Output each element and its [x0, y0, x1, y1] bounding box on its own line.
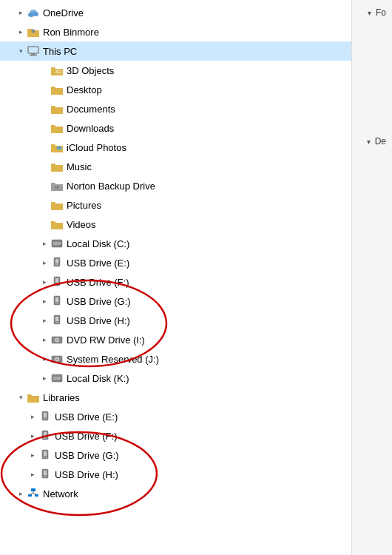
- tree-item-local-disk-c[interactable]: Local Disk (C:): [0, 234, 351, 253]
- expander-usb-h[interactable]: [38, 314, 50, 326]
- usb-h-label: USB Drive (H:): [67, 315, 351, 326]
- lib-usb-g-icon: [38, 448, 52, 462]
- svg-point-3: [32, 30, 36, 33]
- 3d-objects-label: 3D Objects: [67, 65, 351, 76]
- usb-e-label: USB Drive (E:): [67, 258, 351, 269]
- svg-rect-36: [44, 418, 47, 420]
- tree-item-usb-e[interactable]: USB Drive (E:): [0, 253, 351, 272]
- svg-rect-24: [55, 322, 58, 323]
- expander-usb-f[interactable]: [38, 276, 50, 288]
- tree-item-lib-usb-h[interactable]: USB Drive (H:): [0, 465, 351, 484]
- music-folder-icon: [50, 160, 64, 173]
- music-label: Music: [67, 161, 351, 172]
- expander-ron-binmore[interactable]: [15, 26, 27, 38]
- expander-usb-e[interactable]: [38, 257, 50, 269]
- expander-lib-usb-h[interactable]: [27, 468, 38, 480]
- icloud-photos-label: iCloud Photos: [67, 142, 351, 153]
- svg-rect-32: [53, 377, 61, 380]
- expander-onedrive[interactable]: [15, 7, 27, 18]
- tree-item-documents[interactable]: Documents: [0, 99, 351, 118]
- right-panel-de[interactable]: ▾ De: [367, 136, 389, 147]
- svg-rect-41: [44, 451, 47, 456]
- hdd-c-icon: [50, 237, 64, 250]
- svg-rect-21: [55, 303, 58, 304]
- lib-usb-h-label: USB Drive (H:): [55, 469, 351, 480]
- tree-item-usb-h[interactable]: USB Drive (H:): [0, 311, 351, 330]
- ron-binmore-label: Ron Binmore: [43, 27, 351, 38]
- dvd-icon: [50, 333, 64, 346]
- tree-item-music[interactable]: Music: [0, 157, 351, 176]
- tree-item-network[interactable]: Network: [0, 484, 351, 503]
- norton-folder-icon: [50, 179, 64, 192]
- tree-item-local-disk-k[interactable]: Local Disk (K:): [0, 369, 351, 388]
- videos-label: Videos: [67, 219, 351, 230]
- expander-local-disk-c[interactable]: [38, 238, 50, 249]
- network-label: Network: [43, 488, 351, 500]
- tree-item-desktop[interactable]: Desktop: [0, 80, 351, 99]
- thispc-icon: [27, 44, 40, 58]
- lib-usb-g-label: USB Drive (G:): [55, 450, 351, 461]
- tree-item-this-pc[interactable]: This PC: [0, 41, 351, 61]
- svg-line-50: [30, 494, 34, 494]
- svg-rect-9: [55, 186, 59, 189]
- expander-lib-usb-e[interactable]: [27, 411, 38, 423]
- lib-usb-f-label: USB Drive (F:): [55, 431, 351, 442]
- svg-rect-6: [30, 55, 37, 56]
- usb-h-icon: [50, 314, 64, 327]
- tree-item-dvd-rw[interactable]: DVD RW Drive (I:): [0, 330, 351, 349]
- expander-dvd-rw[interactable]: [38, 334, 50, 346]
- expander-local-disk-k[interactable]: [38, 372, 50, 384]
- tree-item-system-reserved[interactable]: System Reserved (J:): [0, 349, 351, 369]
- libraries-label: Libraries: [43, 392, 351, 403]
- svg-point-8: [57, 147, 62, 150]
- tree-item-icloud-photos[interactable]: iCloud Photos: [0, 138, 351, 157]
- svg-rect-14: [55, 259, 58, 263]
- tree-item-usb-f[interactable]: USB Drive (F:): [0, 272, 351, 292]
- svg-rect-18: [55, 283, 58, 285]
- svg-rect-47: [28, 494, 32, 497]
- right-panel-fo[interactable]: ▾ Fo: [368, 7, 389, 18]
- expander-network[interactable]: [15, 488, 27, 500]
- usb-f-icon: [50, 275, 64, 289]
- tree-item-lib-usb-f[interactable]: USB Drive (F:): [0, 426, 351, 445]
- chevron-down-fo: ▾: [368, 9, 371, 17]
- norton-backup-label: Norton Backup Drive: [67, 181, 351, 192]
- svg-text:3D: 3D: [55, 69, 61, 74]
- lib-usb-f-icon: [38, 429, 52, 443]
- svg-point-27: [56, 340, 58, 341]
- svg-point-2: [30, 10, 37, 16]
- tree-item-onedrive[interactable]: OneDrive: [0, 3, 351, 22]
- svg-line-51: [33, 494, 37, 494]
- svg-rect-20: [55, 297, 58, 302]
- dvd-rw-label: DVD RW Drive (I:): [67, 334, 351, 346]
- right-label-de: De: [375, 136, 386, 147]
- tree-item-downloads[interactable]: Downloads: [0, 118, 351, 138]
- tree-item-3d-objects[interactable]: 3D 3D Objects: [0, 61, 351, 80]
- tree-item-lib-usb-g[interactable]: USB Drive (G:): [0, 445, 351, 465]
- pictures-label: Pictures: [67, 200, 351, 211]
- local-disk-k-label: Local Disk (K:): [67, 373, 351, 384]
- svg-rect-38: [44, 432, 47, 437]
- expander-usb-g[interactable]: [38, 295, 50, 307]
- svg-point-30: [56, 359, 58, 360]
- expander-lib-usb-g[interactable]: [27, 449, 38, 461]
- icloud-folder-icon: [50, 141, 64, 154]
- this-pc-label: This PC: [43, 46, 351, 57]
- expander-libraries[interactable]: [15, 391, 27, 403]
- expander-lib-usb-f[interactable]: [27, 430, 38, 442]
- tree-item-pictures[interactable]: Pictures: [0, 195, 351, 215]
- tree-item-norton-backup[interactable]: Norton Backup Drive: [0, 176, 351, 195]
- svg-point-12: [60, 245, 61, 246]
- tree-item-ron-binmore[interactable]: Ron Binmore: [0, 22, 351, 41]
- usb-e-icon: [50, 256, 64, 269]
- tree-item-usb-g[interactable]: USB Drive (G:): [0, 292, 351, 311]
- expander-this-pc[interactable]: [15, 45, 27, 57]
- tree-item-libraries[interactable]: Libraries: [0, 388, 351, 407]
- usb-f-label: USB Drive (F:): [67, 277, 351, 288]
- tree-item-videos[interactable]: Videos: [0, 215, 351, 234]
- user-folder-icon: [27, 25, 40, 38]
- lib-usb-e-label: USB Drive (E:): [55, 411, 351, 423]
- onedrive-label: OneDrive: [43, 7, 351, 18]
- expander-system-reserved[interactable]: [38, 353, 50, 365]
- tree-item-lib-usb-e[interactable]: USB Drive (E:): [0, 407, 351, 426]
